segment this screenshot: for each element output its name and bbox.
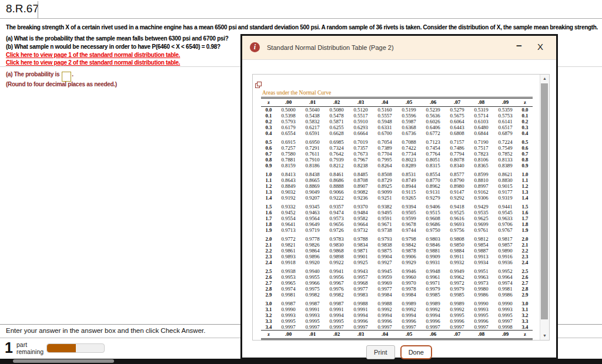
ztable-value: 0.9641 <box>276 221 300 227</box>
ztable-value: 0.9960 <box>397 274 421 280</box>
link-table-page1[interactable]: Click here to view page 1 of the standar… <box>6 52 180 58</box>
done-button[interactable]: Done <box>400 345 432 359</box>
ztable-z-label: 0.1 <box>261 113 276 119</box>
ztable-value: 0.9678 <box>397 221 421 227</box>
ztable-value: 0.9982 <box>325 292 349 298</box>
ztable-value: 0.9906 <box>397 254 421 259</box>
ztable-value: 0.9995 <box>445 312 469 318</box>
ztable-value: 0.9826 <box>300 242 325 248</box>
ztable-row: 2.80.99740.99750.99760.99770.99770.99780… <box>261 286 533 292</box>
ztable-value: 0.9573 <box>325 215 349 221</box>
link-table-page2[interactable]: Click here to view page 2 of the standar… <box>6 59 180 66</box>
ztable-col-header: .02 <box>325 331 349 339</box>
ztable-z-label: 0.2 <box>517 119 533 124</box>
part-b-pre: (b) What sample n would be necessary in … <box>6 43 176 50</box>
ztable-value: 0.8023 <box>397 157 421 163</box>
ztable-value: 0.9429 <box>469 201 493 210</box>
ztable-value: 0.9971 <box>421 280 445 286</box>
print-button[interactable]: Print <box>366 345 395 359</box>
ztable-row: 2.10.98210.98260.98300.98340.98380.98420… <box>261 242 533 248</box>
ztable-value: 0.7939 <box>325 157 349 163</box>
ztable-value: 0.9871 <box>349 248 373 254</box>
ztable-z-label: 0.6 <box>517 145 533 151</box>
ztable-value: 0.8531 <box>397 168 421 177</box>
ztable-value: 0.9868 <box>325 248 349 254</box>
ztable-value: 0.8944 <box>397 183 421 189</box>
ztable-value: 0.9452 <box>276 210 300 215</box>
scroll-up-icon[interactable]: ▲ <box>540 75 549 83</box>
ztable-value: 0.9987 <box>276 298 300 306</box>
ztable-value: 0.7580 <box>276 151 300 157</box>
ztable-value: 0.8888 <box>325 183 349 189</box>
answer-input[interactable] <box>62 72 71 82</box>
ztable-value: 0.9418 <box>445 201 469 210</box>
ztable-value: 0.9778 <box>300 233 325 242</box>
ztable-value: 0.9732 <box>349 227 373 233</box>
ztable-value: 0.9995 <box>469 312 493 318</box>
ztable-value: 0.9306 <box>469 195 493 201</box>
ztable-value: 0.9911 <box>445 254 469 259</box>
ztable-value: 0.5675 <box>445 113 469 119</box>
dialog-header[interactable]: i Standard Normal Distribution Table (Pa… <box>242 36 556 60</box>
ztable-value: 0.6700 <box>373 130 397 136</box>
ztable-z-label: 0.7 <box>261 151 276 157</box>
ztable-value: 0.9995 <box>325 318 349 324</box>
ztable-z-label: 3.0 <box>261 298 276 306</box>
ztable-value: 0.9990 <box>493 298 517 306</box>
ztable-value: 0.5239 <box>421 107 445 113</box>
ztable-value: 0.8686 <box>325 177 349 183</box>
ztable-value: 0.9977 <box>373 286 397 292</box>
ztable-value: 0.9963 <box>469 274 493 280</box>
ztable-value: 0.9991 <box>300 306 325 312</box>
ztable-value: 0.9988 <box>373 298 397 306</box>
ztable-value: 0.7088 <box>397 136 421 145</box>
ztable-value: 0.9767 <box>493 227 517 233</box>
ztable-value: 0.9943 <box>349 265 373 274</box>
answer-prompt-text: (a) The probability is <box>6 71 59 77</box>
ztable-value: 0.5987 <box>397 119 421 124</box>
ztable-value: 0.9099 <box>373 189 397 195</box>
ztable-value: 0.9875 <box>373 248 397 254</box>
vertical-scrollbar-thumb[interactable] <box>541 83 548 319</box>
ztable-value: 0.7764 <box>421 151 445 157</box>
ztable-value: 0.9345 <box>300 201 325 210</box>
ztable-value: 0.6179 <box>276 124 300 130</box>
close-icon[interactable]: X <box>537 42 543 52</box>
ztable-value: 0.8461 <box>325 168 349 177</box>
horizontal-scrollbar[interactable] <box>0 359 602 364</box>
ztable-value: 0.9991 <box>349 306 373 312</box>
ztable-z-label: 2.0 <box>517 233 533 242</box>
ztable-col-header: z <box>517 98 533 107</box>
ztable-value: 0.9974 <box>493 280 517 286</box>
ztable-value: 0.9994 <box>421 312 445 318</box>
ztable-value: 0.6844 <box>469 130 493 136</box>
statement-pre: The breaking strength X of a certain riv… <box>6 24 497 31</box>
ztable-value: 0.9664 <box>349 221 373 227</box>
ztable-z-label: 2.1 <box>261 242 276 248</box>
vertical-scrollbar[interactable]: ▲ ▼ <box>540 75 549 340</box>
ztable-value: 0.5000 <box>276 107 300 113</box>
popout-icon[interactable] <box>255 82 262 87</box>
problem-statement: The breaking strength X of a certain riv… <box>6 24 598 31</box>
ztable-col-header: .06 <box>421 331 445 339</box>
ztable-row: 0.00.50000.50400.50800.51200.51600.51990… <box>261 107 533 113</box>
ztable-value: 0.9983 <box>349 292 373 298</box>
scroll-down-icon[interactable]: ▼ <box>540 332 549 340</box>
ztable-value: 0.9997 <box>493 318 517 324</box>
ztable-value: 0.9938 <box>276 265 300 274</box>
horizontal-scrollbar-thumb[interactable] <box>13 359 114 363</box>
ztable-row: 3.40.99970.99970.99970.99970.99970.99970… <box>261 324 533 331</box>
ztable-value: 0.9699 <box>469 221 493 227</box>
ztable-value: 0.9990 <box>469 298 493 306</box>
ztable-value: 0.9987 <box>325 298 349 306</box>
ztable-value: 0.9956 <box>325 274 349 280</box>
ztable-value: 0.9830 <box>325 242 349 248</box>
ztable-value: 0.9292 <box>445 195 469 201</box>
ztable-value: 0.9998 <box>493 324 517 331</box>
ztable-value: 0.9968 <box>349 280 373 286</box>
minimize-icon[interactable]: − <box>516 41 522 52</box>
ztable-col-header: .02 <box>325 98 349 107</box>
ztable-value: 0.9993 <box>300 312 325 318</box>
ztable-value: 0.9991 <box>325 306 349 312</box>
ztable-value: 0.9955 <box>300 274 325 280</box>
